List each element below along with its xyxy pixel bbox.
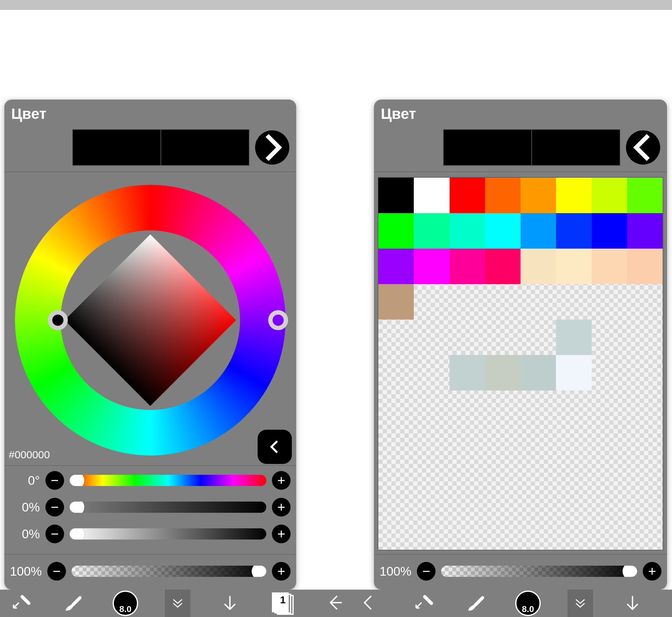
swatch[interactable]	[627, 178, 663, 213]
swatch[interactable]	[414, 391, 449, 426]
swatch[interactable]	[592, 320, 627, 355]
swatch[interactable]	[556, 391, 592, 426]
alpha-minus[interactable]: −	[47, 562, 66, 581]
swatch[interactable]	[485, 533, 520, 568]
swatch[interactable]	[520, 461, 556, 497]
swap-tool-button[interactable]	[411, 591, 436, 616]
swatch[interactable]	[592, 533, 627, 568]
swatch[interactable]	[627, 355, 663, 391]
layers-button[interactable]: 1	[269, 591, 295, 616]
swatch[interactable]	[592, 426, 627, 461]
swatch[interactable]	[520, 391, 556, 426]
swatch[interactable]	[485, 461, 520, 497]
collapse-button[interactable]	[568, 590, 593, 617]
sv-handle[interactable]	[48, 310, 68, 330]
hue-plus[interactable]: +	[272, 471, 290, 490]
swatch[interactable]	[592, 249, 627, 284]
hue-minus[interactable]: −	[45, 471, 64, 490]
swatch[interactable]	[485, 213, 520, 249]
swatch[interactable]	[556, 213, 592, 249]
swatch[interactable]	[414, 213, 449, 249]
swatch[interactable]	[627, 497, 663, 533]
prev-page-button[interactable]	[626, 130, 660, 165]
swatch[interactable]	[520, 249, 556, 284]
swatch[interactable]	[378, 461, 414, 497]
swatch[interactable]	[450, 284, 485, 320]
swatch[interactable]	[485, 426, 520, 461]
alpha-thumb[interactable]	[623, 566, 637, 577]
swatch[interactable]	[450, 320, 485, 355]
swatch[interactable]	[414, 178, 449, 213]
collapse-button[interactable]	[165, 590, 190, 617]
swatch[interactable]	[414, 249, 449, 284]
alpha-thumb[interactable]	[252, 566, 266, 577]
brush-size-button[interactable]: 8.0	[113, 591, 138, 616]
swatch[interactable]	[378, 497, 414, 533]
swatch[interactable]	[414, 533, 449, 568]
sat-slider[interactable]	[70, 501, 266, 513]
current-color-preview[interactable]	[443, 129, 620, 166]
val-minus[interactable]: −	[45, 525, 64, 543]
val-thumb[interactable]	[70, 528, 84, 540]
sat-minus[interactable]: −	[45, 498, 64, 517]
swatch[interactable]	[414, 284, 449, 320]
swatch[interactable]	[592, 213, 627, 249]
swatch[interactable]	[378, 249, 414, 284]
swatch[interactable]	[414, 355, 449, 391]
swatch[interactable]	[378, 533, 414, 568]
sat-thumb[interactable]	[70, 501, 84, 513]
swatch[interactable]	[378, 391, 414, 426]
back-button[interactable]	[359, 591, 384, 616]
alpha-plus[interactable]: +	[272, 562, 290, 581]
prev-page-button[interactable]	[258, 430, 292, 464]
swatch[interactable]	[520, 284, 556, 320]
val-plus[interactable]: +	[272, 525, 290, 543]
swatch[interactable]	[592, 497, 627, 533]
alpha-slider[interactable]	[441, 566, 637, 577]
swatch[interactable]	[378, 426, 414, 461]
swatch[interactable]	[485, 284, 520, 320]
hex-value[interactable]: #000000	[9, 449, 50, 461]
swatch[interactable]	[592, 178, 627, 213]
swatch[interactable]	[485, 178, 520, 213]
swatch[interactable]	[592, 355, 627, 391]
swatch[interactable]	[450, 426, 485, 461]
swatch[interactable]	[378, 355, 414, 391]
swatch[interactable]	[556, 284, 592, 320]
swatch[interactable]	[520, 426, 556, 461]
swatch[interactable]	[485, 391, 520, 426]
save-button[interactable]	[217, 591, 243, 616]
swatch[interactable]	[520, 497, 556, 533]
swatch[interactable]	[556, 320, 592, 355]
brush-tool-button[interactable]	[463, 591, 488, 616]
swatch[interactable]	[627, 391, 663, 426]
swatch[interactable]	[450, 355, 485, 391]
swatch[interactable]	[414, 461, 449, 497]
swatch[interactable]	[485, 355, 520, 391]
hue-handle[interactable]	[268, 310, 288, 330]
swatch[interactable]	[450, 213, 485, 249]
alpha-slider[interactable]	[71, 566, 266, 577]
swatch[interactable]	[520, 355, 556, 391]
swatch[interactable]	[450, 533, 485, 568]
swatch[interactable]	[414, 497, 449, 533]
swatch[interactable]	[627, 533, 663, 568]
save-button[interactable]	[620, 591, 645, 616]
swatch[interactable]	[520, 178, 556, 213]
swatch[interactable]	[556, 355, 592, 391]
swatch[interactable]	[592, 284, 627, 320]
swatch[interactable]	[627, 461, 663, 497]
swatch[interactable]	[378, 213, 414, 249]
swatch[interactable]	[450, 497, 485, 533]
swatch[interactable]	[520, 213, 556, 249]
swatch[interactable]	[378, 320, 414, 355]
swatch[interactable]	[556, 249, 592, 284]
swatch[interactable]	[592, 391, 627, 426]
swatch[interactable]	[450, 461, 485, 497]
swatch[interactable]	[556, 497, 592, 533]
swap-tool-button[interactable]	[8, 591, 34, 616]
color-wheel[interactable]: #000000	[4, 175, 296, 465]
swatch[interactable]	[592, 461, 627, 497]
swatch[interactable]	[520, 533, 556, 568]
swatch[interactable]	[450, 391, 485, 426]
